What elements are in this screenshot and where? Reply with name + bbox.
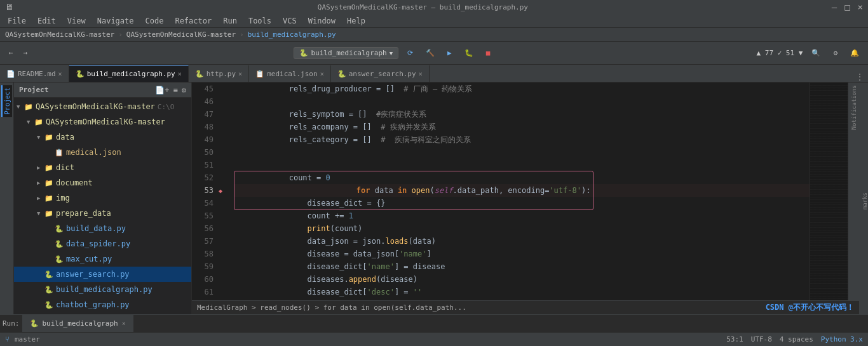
tab-answer-close[interactable]: × [419,70,423,77]
toolbar-forward-btn[interactable]: → [20,47,32,59]
tab-readme[interactable]: 📄 README.md × [0,65,69,82]
tree-item-root[interactable]: ▼ 📁 QASystemOnMedicalKG-master C:\O [14,99,191,114]
folder-icon: 📁 [44,179,53,187]
bottom-panel: Run: 🐍 build_medicalgraph × [0,314,868,332]
line-num-50: 50 [192,146,219,159]
minimap-content [810,83,848,300]
tree-item-data-spider[interactable]: ▶ 🐍 data_spider.py [14,236,191,251]
run-btn[interactable]: ▶ [444,47,456,59]
code-line-46 [234,95,810,108]
line-num-60: 60 [192,273,219,286]
menu-edit[interactable]: Edit [32,15,61,27]
sidebar-collapse-icon[interactable]: ≡ [173,86,178,95]
bp-54 [219,197,229,210]
title-bar-left: 🖥 [5,2,14,12]
close-button[interactable]: × [858,2,863,12]
line-num-55: 55 [192,210,219,222]
tab-medical-label: medical.json [267,70,317,78]
toolbar-left: ← → [5,47,31,59]
run-config-label: build_medicalgraph [311,49,386,57]
py-file-icon: 🐍 [44,270,53,279]
tab-build-medicalgraph[interactable]: 🐍 build_medicalgraph.py × [69,65,189,82]
tab-readme-close[interactable]: × [58,70,62,77]
breadcrumb-file[interactable]: build_medicalgraph.py [248,30,336,39]
tree-item-answer-search[interactable]: ▶ 🐍 answer_search.py [14,267,191,282]
breadcrumb-root[interactable]: QASystemOnMedicalKG-master [5,30,114,39]
menu-refactor[interactable]: Refactor [170,15,217,27]
tree-item-chatbot-graph[interactable]: ▶ 🐍 chatbot_graph.py [14,297,191,312]
toolbar: ← → 🐍 build_medicalgraph ▼ ⟳ 🔨 ▶ 🐛 ■ ▲ 7… [0,42,868,65]
tab-build-icon: 🐍 [76,70,85,78]
tree-item-img[interactable]: ▶ 📁 img [14,190,191,206]
tree-item-max-cut[interactable]: ▶ 🐍 max_cut.py [14,251,191,267]
line-num-49: 49 [192,133,219,146]
app-icon: 🖥 [5,2,14,12]
tree-item-build-medicalgraph[interactable]: ▶ 🐍 build_medicalgraph.py [14,282,191,297]
run-tab-close-icon[interactable]: × [122,320,126,327]
toolbar-back-btn[interactable]: ← [5,47,17,59]
tab-answer-search[interactable]: 🐍 answer_search.py × [331,65,430,82]
tree-item-data[interactable]: ▼ 📁 data [14,130,191,145]
tab-build-close[interactable]: × [178,70,182,77]
menu-bar: File Edit View Navigate Code Refactor Ru… [0,14,868,28]
line-num-58: 58 [192,248,219,260]
debug-btn[interactable]: 🐛 [461,47,477,59]
project-panel-tab[interactable]: Project [1,85,12,117]
run-tab[interactable]: 🐍 build_medicalgraph × [22,315,133,333]
tab-http-close[interactable]: × [238,70,242,77]
bp-60 [219,273,229,286]
python-version-indicator: Python 3.x [821,335,863,343]
tab-readme-label: README.md [18,70,56,78]
breakpoint-col: ◆ [219,83,229,300]
code-line-53: for data in open(self.data_path, encodin… [234,184,810,197]
run-config-selector[interactable]: 🐍 build_medicalgraph ▼ [294,47,398,59]
tab-http[interactable]: 🐍 http.py × [189,65,249,82]
minimize-button[interactable]: – [832,2,837,12]
indent-indicator: 4 spaces [780,335,813,343]
code-line-49: rels_category = [] # 疾病与科室之间的关系 [234,133,810,146]
tree-item-build-data[interactable]: ▶ 🐍 build_data.py [14,221,191,236]
run-config-dropdown-icon: ▼ [390,50,393,57]
menu-view[interactable]: View [62,15,91,27]
menu-vcs[interactable]: VCS [278,15,302,27]
search-btn[interactable]: 🔍 [808,47,824,59]
menu-tools[interactable]: Tools [243,15,276,27]
minimap[interactable] [810,83,848,300]
maximize-button[interactable]: □ [844,2,850,12]
line-num-48: 48 [192,121,219,133]
menu-navigate[interactable]: Navigate [92,15,139,27]
code-lines[interactable]: rels_drug_producer = [] # 厂商 – 药物关系 rels… [229,83,810,300]
menu-file[interactable]: File [3,15,31,27]
title-bar-controls[interactable]: – □ × [832,2,863,12]
breadcrumb-project[interactable]: QASystemOnMedicalKG-master [126,30,236,39]
settings-btn[interactable]: ⚙ [829,47,841,59]
menu-window[interactable]: Window [303,15,341,27]
update-btn[interactable]: 🔔 [846,47,863,59]
folder-icon: 📁 [44,194,53,203]
tab-medical-close[interactable]: × [320,70,324,77]
build-btn[interactable]: 🔨 [422,47,438,59]
menu-help[interactable]: Help [342,15,370,27]
tabs-bar: 📄 README.md × 🐍 build_medicalgraph.py × … [0,65,868,83]
tree-item-dict[interactable]: ▶ 📁 dict [14,160,191,175]
sidebar-settings-icon[interactable]: ⚙ [182,86,186,95]
tab-answer-label: answer_search.py [349,70,416,78]
tabs-more-btn[interactable]: ⋮ [851,72,868,82]
marks-panel: marks [859,83,868,314]
menu-run[interactable]: Run [218,15,242,27]
py-file-icon: 🐍 [44,301,53,309]
tree-item-document[interactable]: ▶ 📁 document [14,175,191,190]
file-tree: ▼ 📁 QASystemOnMedicalKG-master C:\O ▼ 📁 … [14,98,191,314]
status-bar: ⑂ master 53:1 UTF-8 4 spaces Python 3.x [0,332,868,346]
refresh-btn[interactable]: ⟳ [403,47,417,59]
notifications-tab[interactable]: Notifications [851,85,857,130]
tab-medical-json[interactable]: 📋 medical.json × [249,65,331,82]
menu-code[interactable]: Code [140,15,169,27]
run-label: Run: [0,319,22,328]
tree-item-medical-json[interactable]: ▶ 📋 medical.json [14,145,191,160]
stop-btn[interactable]: ■ [482,47,494,59]
right-panel: Notifications [848,83,859,300]
tree-item-sub-project[interactable]: ▼ 📁 QASystemOnMedicalKG-master [14,114,191,130]
sidebar-new-file-icon[interactable]: 📄+ [155,86,169,95]
tree-item-prepare-data[interactable]: ▼ 📁 prepare_data [14,206,191,221]
